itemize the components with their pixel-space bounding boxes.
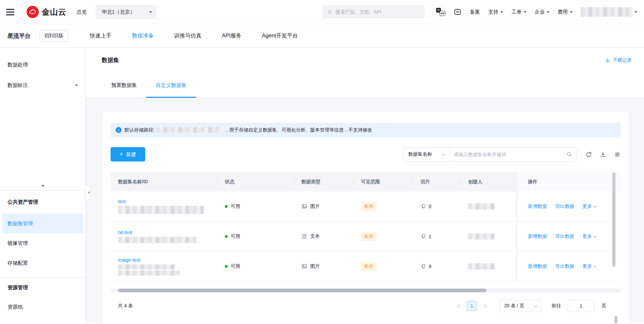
export-data-link[interactable]: 导出数据 xyxy=(555,233,574,240)
add-data-link[interactable]: 新增数据 xyxy=(528,263,547,269)
chevron-down-icon xyxy=(500,11,503,14)
vertical-scrollbar-thumb-bottom[interactable] xyxy=(614,316,617,323)
type-label: 图片 xyxy=(310,203,320,210)
more-menu-link[interactable]: 更多 xyxy=(582,233,596,240)
slices-icon xyxy=(420,233,426,239)
enterprise-label: 企业 xyxy=(534,9,545,15)
mail-icon[interactable] xyxy=(453,8,462,16)
add-data-link[interactable]: 新增数据 xyxy=(528,203,547,210)
storage-path-banner: i 默认存储路径:，用于存储自定义数据集、可视化分析、版本管理等信息，不支持修改 xyxy=(111,123,621,137)
page-body: 数据处理 数据标注 公共资产管理 数据集管理 镜像管理 存储配置 资源管理 资源… xyxy=(0,48,644,323)
download-icon xyxy=(605,58,610,63)
cell-status: 可用 xyxy=(217,251,294,281)
topbar-overview-link[interactable]: 总览 xyxy=(77,9,87,15)
cell-type: 图片 xyxy=(294,251,353,281)
prev-page-button[interactable] xyxy=(455,301,464,311)
sidebar-item-storage-config[interactable]: 存储配置 xyxy=(2,253,83,273)
cell-visibility: 私有 xyxy=(353,251,413,281)
sidebar-section-public-assets: 公共资产管理 数据集管理 镜像管理 存储配置 xyxy=(0,190,85,278)
create-dataset-button[interactable]: + 新建 xyxy=(111,147,145,161)
cell-actions: 新增数据 导出数据 更多 xyxy=(517,191,621,221)
nav-item-api-service[interactable]: API服务 xyxy=(222,32,242,40)
sidebar-item-data-annotation[interactable]: 数据标注 xyxy=(0,75,85,95)
nav-item-agent-platform[interactable]: Agent开发平台 xyxy=(262,32,298,40)
visibility-badge: 私有 xyxy=(361,202,377,211)
sidebar-item-data-processing[interactable]: 数据处理 xyxy=(0,55,85,75)
search-button[interactable] xyxy=(562,148,576,161)
table-footer: 共 4 条 1 20 条 / 页 前往 页 xyxy=(111,300,621,312)
sidebar-collapse-arrow[interactable] xyxy=(0,181,85,190)
chevron-down-icon xyxy=(634,11,637,14)
page-size-label: 20 条 / 页 xyxy=(504,303,524,309)
image-type-icon xyxy=(301,203,307,209)
dataset-name-search-input[interactable] xyxy=(450,148,562,161)
language-switch-icon[interactable]: 中 EN xyxy=(436,8,445,16)
status-dot-icon xyxy=(225,235,228,238)
cell-slices: 9 xyxy=(413,251,461,281)
dataset-name-link[interactable]: test xyxy=(118,199,126,204)
topbar-enterprise-menu[interactable]: 企业 xyxy=(534,9,549,15)
global-search[interactable] xyxy=(323,5,425,19)
switch-to-old-version-button[interactable]: 切到旧版 xyxy=(39,30,68,42)
dataset-id-redacted xyxy=(118,206,204,214)
vertical-scrollbar-thumb[interactable] xyxy=(612,172,615,267)
region-selector[interactable]: 华北1（北京） xyxy=(96,5,157,19)
dataset-name-link[interactable]: image-test xyxy=(118,257,140,263)
export-download-icon[interactable] xyxy=(600,151,606,158)
lang-en-label: EN xyxy=(440,11,445,16)
cell-name: image-test xyxy=(111,251,217,281)
kingsoft-cloud-logo-icon xyxy=(27,6,39,18)
type-label: 文本 xyxy=(310,233,320,240)
sidebar-collapse-handle[interactable] xyxy=(86,185,90,200)
cell-creator xyxy=(461,191,517,221)
dataset-id-line: . xyxy=(118,237,199,243)
dataset-id-redacted xyxy=(118,264,180,276)
hamburger-menu-icon[interactable] xyxy=(6,9,14,15)
nav-item-data-preparation[interactable]: 数据准备 xyxy=(132,32,154,40)
dataset-name-link[interactable]: txt-test xyxy=(118,230,132,235)
more-menu-link[interactable]: 更多 xyxy=(582,263,596,269)
status-dot-icon xyxy=(225,265,228,268)
topbar-right: 中 EN 备案 支持 工单 企业 费用 xyxy=(436,7,637,17)
topbar-beian-link[interactable]: 备案 xyxy=(470,9,480,15)
more-menu-link[interactable]: 更多 xyxy=(582,203,596,210)
sidebar-item-dataset-management[interactable]: 数据集管理 xyxy=(2,214,83,233)
cell-type: 文本 xyxy=(294,221,353,251)
export-data-link[interactable]: 导出数据 xyxy=(555,263,574,269)
type-label: 图片 xyxy=(310,263,320,269)
add-data-link[interactable]: 新增数据 xyxy=(528,233,547,240)
download-record-link[interactable]: 下载记录 xyxy=(605,57,632,63)
ticket-label: 工单 xyxy=(511,9,522,15)
nav-item-quick-start[interactable]: 快速上手 xyxy=(90,32,112,40)
nav-item-training-simulation[interactable]: 训推与仿真 xyxy=(174,32,201,40)
sidebar-item-resource-group[interactable]: 资源组 xyxy=(2,297,83,317)
sidebar-item-image-management[interactable]: 镜像管理 xyxy=(2,233,83,253)
next-page-button[interactable] xyxy=(480,301,489,311)
cell-visibility: 私有 xyxy=(353,221,413,251)
account-menu[interactable] xyxy=(581,7,637,17)
page-title: 数据集 xyxy=(102,56,119,64)
topbar-ticket-menu[interactable]: 工单 xyxy=(511,9,526,15)
table-toolbar: + 新建 数据集名称 xyxy=(111,147,621,162)
status-label: 可用 xyxy=(231,263,240,269)
goto-page-input[interactable] xyxy=(568,300,594,312)
tab-preset-datasets[interactable]: 预置数据集 xyxy=(102,73,146,98)
sidebar-bottom-group: 公共资产管理 数据集管理 镜像管理 存储配置 资源管理 资源组 xyxy=(0,181,85,317)
global-search-input[interactable] xyxy=(335,9,420,15)
settings-gear-icon[interactable] xyxy=(614,151,621,158)
search-icon xyxy=(566,151,572,157)
cell-actions: 新增数据 导出数据 更多 xyxy=(517,251,621,281)
topbar-support-menu[interactable]: 支持 xyxy=(488,9,503,15)
page-size-select[interactable]: 20 条 / 页 xyxy=(499,300,542,312)
col-name-id: 数据集名称/ID xyxy=(111,172,217,191)
filter-field-select[interactable]: 数据集名称 xyxy=(403,148,450,161)
page-number-button[interactable]: 1 xyxy=(467,301,477,311)
brand-logo[interactable]: 金山云 xyxy=(27,6,66,18)
tab-custom-datasets[interactable]: 自定义数据集 xyxy=(146,73,196,98)
refresh-icon[interactable] xyxy=(585,151,592,158)
export-data-link[interactable]: 导出数据 xyxy=(555,203,574,210)
topbar-billing-menu[interactable]: 费用 xyxy=(558,9,573,15)
beian-label: 备案 xyxy=(470,9,480,15)
horizontal-scrollbar-thumb[interactable] xyxy=(118,289,486,292)
search-icon xyxy=(327,9,332,15)
